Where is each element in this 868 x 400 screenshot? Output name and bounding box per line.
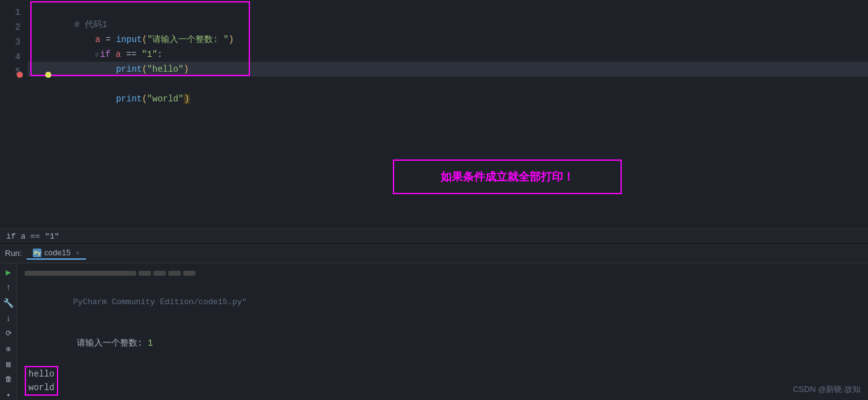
breakpoint-indicator	[17, 72, 23, 78]
scroll-down-button[interactable]: ↓	[2, 313, 15, 324]
line-num-4: 4	[0, 49, 20, 64]
scroll-up-button[interactable]: ↑	[2, 283, 15, 293]
input-prompt-text: 请输入一个整数:	[77, 338, 148, 348]
annotation-box: 如果条件成立就全部打印！	[393, 160, 622, 194]
code-content[interactable]: # 代码1 a = input("请输入一个整数: ") ▽if a == "1…	[28, 0, 868, 229]
run-header: Run: Py code15 ×	[0, 244, 868, 263]
output-world: world	[28, 381, 54, 394]
delete-button[interactable]: 🗑	[2, 375, 15, 385]
hello-world-output-container: hello world	[25, 365, 861, 396]
watermark: CSDN @新晓·故知	[793, 384, 861, 395]
input-value: 1	[148, 338, 153, 348]
run-sidebar: ▶ ↑ 🔧 ↓ ⟳ ⊞ ▤ 🗑 ✦	[0, 263, 17, 400]
status-text: if a == "1"	[6, 232, 59, 241]
output-hello: hello	[28, 367, 54, 381]
tab-name: code15	[44, 248, 71, 257]
print-button[interactable]: ▤	[2, 359, 15, 370]
line-num-2: 2	[0, 20, 20, 35]
rerun-button[interactable]: ⟳	[2, 328, 15, 339]
code-line-2: a = input("请输入一个整数: ")	[28, 17, 868, 32]
comment-text-1: # 代码1	[74, 20, 107, 30]
pin-button[interactable]: ✦	[2, 389, 15, 400]
watermark-text: CSDN @新晓·故知	[793, 385, 861, 394]
output-input-line: 请输入一个整数: 1	[25, 323, 861, 364]
code-line-1: # 代码1	[28, 2, 868, 17]
run-body: ▶ ↑ 🔧 ↓ ⟳ ⊞ ▤ 🗑 ✦	[0, 263, 868, 400]
status-bar: if a == "1"	[0, 229, 868, 244]
output-path-line: PyCharm Community Edition/code15.py"	[25, 282, 861, 323]
path-text: PyCharm Community Edition/code15.py"	[73, 297, 247, 307]
tab-close[interactable]: ×	[75, 249, 79, 257]
editor-area: 1 2 3 4 5 # 代码1 a = input("请输入一个整数: ")	[0, 0, 868, 229]
line-numbers: 1 2 3 4 5	[0, 0, 28, 229]
run-output: PyCharm Community Edition/code15.py" 请输入…	[17, 263, 868, 400]
run-label: Run:	[5, 249, 22, 258]
hello-world-box: hello world	[25, 366, 58, 396]
layout-button[interactable]: ⊞	[2, 344, 15, 354]
wrench-button[interactable]: 🔧	[2, 298, 15, 309]
run-tab-code15[interactable]: Py code15 ×	[27, 247, 85, 260]
progress-bar-area	[25, 267, 861, 279]
run-panel: Run: Py code15 × ▶ ↑ 🔧 ↓ ⟳ ⊞ ▤ 🗑 ✦	[0, 244, 868, 400]
annotation-text: 如果条件成立就全部打印！	[440, 169, 574, 184]
play-button[interactable]: ▶	[2, 267, 15, 278]
python-icon: Py	[33, 249, 41, 257]
line-num-3: 3	[0, 35, 20, 49]
line-num-1: 1	[0, 5, 20, 20]
